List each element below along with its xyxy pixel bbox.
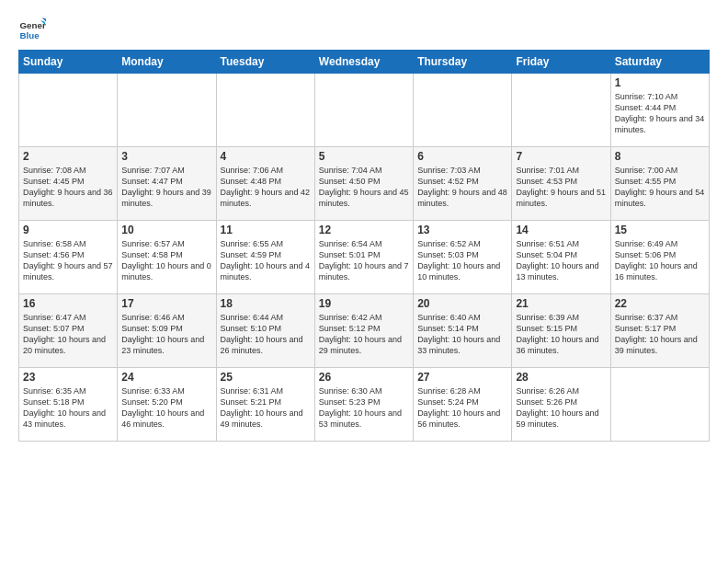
day-of-week-header: Thursday [414, 51, 512, 74]
calendar-cell: 6Sunrise: 7:03 AM Sunset: 4:52 PM Daylig… [414, 147, 512, 221]
calendar-cell: 23Sunrise: 6:35 AM Sunset: 5:18 PM Dayli… [19, 368, 118, 442]
calendar-cell: 19Sunrise: 6:42 AM Sunset: 5:12 PM Dayli… [314, 294, 413, 368]
day-number: 27 [417, 371, 507, 384]
day-info: Sunrise: 6:52 AM Sunset: 5:03 PM Dayligh… [417, 238, 507, 283]
day-info: Sunrise: 6:54 AM Sunset: 5:01 PM Dayligh… [319, 238, 409, 283]
day-info: Sunrise: 7:08 AM Sunset: 4:45 PM Dayligh… [23, 165, 113, 210]
calendar-cell: 17Sunrise: 6:46 AM Sunset: 5:09 PM Dayli… [118, 294, 216, 368]
day-info: Sunrise: 6:47 AM Sunset: 5:07 PM Dayligh… [23, 312, 113, 357]
calendar-cell: 3Sunrise: 7:07 AM Sunset: 4:47 PM Daylig… [118, 147, 216, 221]
logo: General Blue [18, 15, 50, 42]
day-number: 10 [121, 224, 211, 236]
calendar-cell [314, 74, 413, 147]
calendar-cell: 13Sunrise: 6:52 AM Sunset: 5:03 PM Dayli… [414, 221, 512, 294]
day-number: 5 [319, 150, 409, 163]
calendar-cell: 11Sunrise: 6:55 AM Sunset: 4:59 PM Dayli… [216, 221, 314, 294]
day-number: 11 [221, 224, 311, 236]
day-number: 28 [516, 371, 606, 384]
calendar-cell: 28Sunrise: 6:26 AM Sunset: 5:26 PM Dayli… [512, 368, 610, 442]
day-info: Sunrise: 7:01 AM Sunset: 4:53 PM Dayligh… [516, 165, 606, 210]
header: General Blue [18, 15, 710, 42]
calendar-cell: 14Sunrise: 6:51 AM Sunset: 5:04 PM Dayli… [512, 221, 610, 294]
calendar-cell [118, 74, 216, 147]
day-info: Sunrise: 6:31 AM Sunset: 5:21 PM Dayligh… [221, 385, 311, 431]
day-info: Sunrise: 6:51 AM Sunset: 5:04 PM Dayligh… [516, 238, 606, 283]
calendar-cell [610, 368, 709, 442]
svg-text:Blue: Blue [20, 30, 40, 40]
calendar-cell: 25Sunrise: 6:31 AM Sunset: 5:21 PM Dayli… [216, 368, 314, 442]
day-number: 8 [615, 150, 705, 163]
calendar-cell: 26Sunrise: 6:30 AM Sunset: 5:23 PM Dayli… [314, 368, 413, 442]
day-of-week-header: Wednesday [314, 51, 413, 74]
calendar-header-row: SundayMondayTuesdayWednesdayThursdayFrid… [19, 51, 710, 74]
calendar-cell: 16Sunrise: 6:47 AM Sunset: 5:07 PM Dayli… [19, 294, 118, 368]
day-info: Sunrise: 7:10 AM Sunset: 4:44 PM Dayligh… [615, 91, 705, 136]
calendar-cell: 1Sunrise: 7:10 AM Sunset: 4:44 PM Daylig… [610, 74, 709, 147]
calendar-cell [19, 74, 118, 147]
day-number: 14 [516, 224, 606, 236]
day-number: 18 [221, 297, 311, 310]
day-number: 22 [615, 297, 705, 310]
day-number: 6 [417, 150, 507, 163]
calendar-cell: 15Sunrise: 6:49 AM Sunset: 5:06 PM Dayli… [610, 221, 709, 294]
day-info: Sunrise: 6:35 AM Sunset: 5:18 PM Dayligh… [23, 385, 113, 431]
calendar-cell [512, 74, 610, 147]
day-number: 12 [319, 224, 409, 236]
page: General Blue SundayMondayTuesdayWednesda… [0, 0, 728, 563]
day-of-week-header: Monday [118, 51, 216, 74]
day-number: 16 [23, 297, 113, 310]
calendar: SundayMondayTuesdayWednesdayThursdayFrid… [18, 50, 710, 442]
day-info: Sunrise: 6:33 AM Sunset: 5:20 PM Dayligh… [121, 385, 211, 431]
day-of-week-header: Saturday [610, 51, 709, 74]
calendar-cell [216, 74, 314, 147]
day-info: Sunrise: 7:00 AM Sunset: 4:55 PM Dayligh… [615, 165, 705, 210]
calendar-cell: 8Sunrise: 7:00 AM Sunset: 4:55 PM Daylig… [610, 147, 709, 221]
calendar-week-row: 9Sunrise: 6:58 AM Sunset: 4:56 PM Daylig… [19, 221, 710, 294]
day-info: Sunrise: 6:44 AM Sunset: 5:10 PM Dayligh… [221, 312, 311, 357]
day-number: 7 [516, 150, 606, 163]
day-info: Sunrise: 6:28 AM Sunset: 5:24 PM Dayligh… [417, 385, 507, 431]
calendar-week-row: 1Sunrise: 7:10 AM Sunset: 4:44 PM Daylig… [19, 74, 710, 147]
day-number: 2 [23, 150, 113, 163]
calendar-cell: 22Sunrise: 6:37 AM Sunset: 5:17 PM Dayli… [610, 294, 709, 368]
calendar-cell [414, 74, 512, 147]
calendar-cell: 20Sunrise: 6:40 AM Sunset: 5:14 PM Dayli… [414, 294, 512, 368]
calendar-week-row: 2Sunrise: 7:08 AM Sunset: 4:45 PM Daylig… [19, 147, 710, 221]
day-of-week-header: Sunday [19, 51, 118, 74]
day-info: Sunrise: 6:58 AM Sunset: 4:56 PM Dayligh… [23, 238, 113, 283]
day-info: Sunrise: 6:26 AM Sunset: 5:26 PM Dayligh… [516, 385, 606, 431]
calendar-cell: 10Sunrise: 6:57 AM Sunset: 4:58 PM Dayli… [118, 221, 216, 294]
day-info: Sunrise: 7:06 AM Sunset: 4:48 PM Dayligh… [221, 165, 311, 210]
day-info: Sunrise: 6:55 AM Sunset: 4:59 PM Dayligh… [221, 238, 311, 283]
day-info: Sunrise: 6:49 AM Sunset: 5:06 PM Dayligh… [615, 238, 705, 283]
day-of-week-header: Tuesday [216, 51, 314, 74]
day-info: Sunrise: 7:04 AM Sunset: 4:50 PM Dayligh… [319, 165, 409, 210]
calendar-week-row: 23Sunrise: 6:35 AM Sunset: 5:18 PM Dayli… [19, 368, 710, 442]
calendar-cell: 18Sunrise: 6:44 AM Sunset: 5:10 PM Dayli… [216, 294, 314, 368]
calendar-cell: 7Sunrise: 7:01 AM Sunset: 4:53 PM Daylig… [512, 147, 610, 221]
day-number: 24 [121, 371, 211, 384]
day-info: Sunrise: 6:40 AM Sunset: 5:14 PM Dayligh… [417, 312, 507, 357]
calendar-week-row: 16Sunrise: 6:47 AM Sunset: 5:07 PM Dayli… [19, 294, 710, 368]
day-of-week-header: Friday [512, 51, 610, 74]
day-number: 4 [221, 150, 311, 163]
day-number: 13 [417, 224, 507, 236]
calendar-cell: 24Sunrise: 6:33 AM Sunset: 5:20 PM Dayli… [118, 368, 216, 442]
day-number: 17 [121, 297, 211, 310]
calendar-cell: 27Sunrise: 6:28 AM Sunset: 5:24 PM Dayli… [414, 368, 512, 442]
day-info: Sunrise: 7:07 AM Sunset: 4:47 PM Dayligh… [121, 165, 211, 210]
calendar-cell: 4Sunrise: 7:06 AM Sunset: 4:48 PM Daylig… [216, 147, 314, 221]
calendar-cell: 12Sunrise: 6:54 AM Sunset: 5:01 PM Dayli… [314, 221, 413, 294]
calendar-cell: 9Sunrise: 6:58 AM Sunset: 4:56 PM Daylig… [19, 221, 118, 294]
day-number: 25 [221, 371, 311, 384]
day-number: 23 [23, 371, 113, 384]
day-number: 3 [121, 150, 211, 163]
day-number: 26 [319, 371, 409, 384]
day-info: Sunrise: 6:39 AM Sunset: 5:15 PM Dayligh… [516, 312, 606, 357]
day-info: Sunrise: 6:42 AM Sunset: 5:12 PM Dayligh… [319, 312, 409, 357]
day-number: 20 [417, 297, 507, 310]
logo-icon: General Blue [18, 15, 46, 42]
day-number: 21 [516, 297, 606, 310]
day-info: Sunrise: 6:57 AM Sunset: 4:58 PM Dayligh… [121, 238, 211, 283]
day-number: 1 [615, 76, 705, 89]
